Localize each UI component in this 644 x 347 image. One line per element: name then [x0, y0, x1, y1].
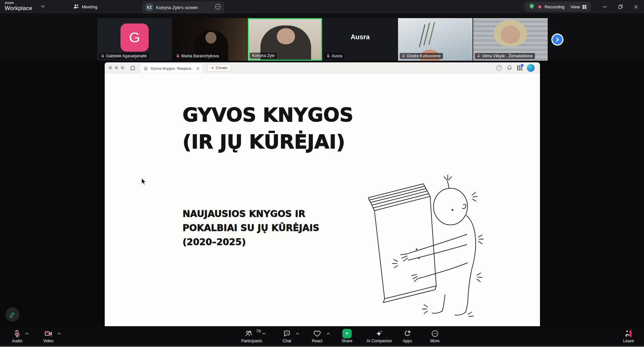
create-label: Create [216, 66, 228, 70]
view-label: View [571, 4, 580, 9]
meeting-toolbar: Audio Video 76 [0, 326, 644, 346]
tab-meeting[interactable]: Meeting [73, 0, 97, 13]
participant-name-label: Ausra [325, 53, 344, 59]
traffic-dot [121, 66, 124, 69]
plus-icon: + [211, 65, 214, 70]
next-participants-button[interactable] [551, 34, 563, 46]
react-button[interactable]: React [305, 326, 329, 346]
more-button[interactable]: More [422, 326, 448, 346]
ai-companion-button[interactable]: AI Companion [365, 326, 393, 346]
presentation-slide: GYVOS KNYGOS (IR JŲ KŪRĖJAI) NAUJAUSIOS … [105, 73, 540, 326]
video-tile-kotryna-active-speaker[interactable]: Kotryna Zyle [248, 18, 322, 61]
create-button: + Create [207, 64, 231, 71]
shared-screen-tab-label: Kotryna Zyle's screen [156, 5, 212, 10]
close-button[interactable] [628, 0, 644, 13]
mic-muted-icon [326, 54, 330, 58]
display-name: Ausra [323, 33, 397, 41]
pencil-icon [9, 311, 16, 318]
video-tile-mariia[interactable]: Mariia Baranchykova [172, 18, 247, 61]
tab-options-icon[interactable] [215, 4, 221, 11]
annotate-button[interactable] [5, 307, 19, 322]
recording-label: Recording [545, 4, 564, 9]
meeting-status-group: Recording View [525, 2, 591, 12]
star-icon [143, 66, 148, 71]
video-tile-vilma[interactable]: Vilma Vilkytė - Žemaitaitienė [473, 18, 548, 61]
titlebar: zoom Workplace Meeting KZ Kotryna Zyle's… [0, 0, 644, 13]
audio-options-chevron[interactable] [25, 330, 29, 336]
video-tile-ausra[interactable]: Ausra Ausra [323, 18, 397, 61]
traffic-dot [115, 66, 118, 69]
video-tile-gabriele[interactable]: G Gabrielė Agasarjanaitė [97, 18, 172, 61]
video-tile-giedre[interactable]: Giedre Kulisoviene [398, 18, 473, 61]
participants-options-chevron[interactable] [262, 330, 266, 336]
chat-options-chevron[interactable] [296, 330, 299, 336]
more-ellipsis-icon [431, 329, 439, 338]
shared-browser-window: Gyvos knygos. Naujaus... + Create ? [105, 62, 540, 326]
share-button[interactable]: Share [329, 326, 365, 346]
avatar: G [120, 23, 149, 52]
initials-badge: KZ [146, 4, 153, 11]
browser-tab-active: Gyvos knygos. Naujaus... [141, 64, 202, 73]
mic-muted-icon [13, 329, 21, 338]
audio-button[interactable]: Audio [3, 326, 31, 346]
participant-name-label: Gabrielė Agasarjanaitė [99, 53, 149, 59]
leave-door-icon [625, 329, 633, 338]
meeting-tab-label: Meeting [82, 4, 97, 9]
window-traffic-lights [109, 66, 124, 69]
zoom-workplace-menu[interactable]: zoom Workplace [5, 1, 45, 11]
participants-icon [245, 329, 253, 338]
notifications-bell-icon [506, 65, 512, 71]
chevron-down-icon [41, 3, 45, 9]
help-icon: ? [496, 65, 502, 71]
apps-button[interactable]: Apps [393, 326, 422, 346]
grid-view-icon [582, 4, 587, 9]
mic-muted-icon [176, 54, 180, 58]
participant-name-label: Kotryna Zyle [250, 53, 277, 59]
video-thumbnail-strip: G Gabrielė Agasarjanaitė Mariia Baranchy… [0, 13, 644, 61]
mouse-cursor [141, 178, 147, 185]
traffic-dot [109, 66, 112, 69]
browser-tab-title: Gyvos knygos. Naujaus... [151, 66, 194, 70]
chat-button[interactable]: Chat [268, 326, 305, 346]
window-controls [597, 0, 644, 13]
leave-button[interactable]: Leave [618, 326, 639, 346]
slide-title: GYVOS KNYGOS (IR JŲ KŪRĖJAI) [183, 102, 353, 155]
notification-dot [521, 64, 524, 67]
slide-subtitle: NAUJAUSIOS KNYGOS IR POKALBIAI SU JŲ KŪR… [183, 207, 319, 249]
participant-name-label: Vilma Vilkytė - Žemaitaitienė [475, 53, 535, 59]
participants-button[interactable]: 76 Participants [235, 326, 268, 346]
heart-icon [313, 329, 321, 338]
recording-dot-icon [538, 5, 541, 8]
security-shield-icon[interactable] [529, 3, 535, 10]
mic-muted-icon [101, 54, 105, 58]
video-options-chevron[interactable] [57, 330, 61, 336]
account-avatar [527, 64, 535, 72]
apps-icon [403, 329, 411, 338]
minimize-button[interactable] [597, 0, 612, 13]
home-icon [130, 65, 136, 71]
apps-grid-icon [517, 65, 523, 71]
workplace-label: Workplace [5, 5, 32, 11]
book-hug-illustration [365, 174, 487, 320]
mic-muted-icon [477, 54, 481, 58]
zoom-logo: zoom [5, 1, 32, 5]
camera-off-icon [44, 329, 53, 338]
zoom-meeting-window: zoom Workplace Meeting KZ Kotryna Zyle's… [0, 0, 644, 347]
participant-name-label: Mariia Baranchykova [174, 53, 221, 59]
participant-name-label: Giedre Kulisoviene [400, 53, 443, 59]
mic-muted-icon [401, 54, 405, 58]
people-icon [73, 3, 79, 10]
ai-sparkle-icon [375, 329, 383, 338]
view-button[interactable]: View [571, 4, 587, 9]
close-tab-icon [196, 67, 200, 70]
participants-count: 76 [256, 329, 261, 334]
browser-chrome: Gyvos knygos. Naujaus... + Create ? [105, 62, 540, 73]
tab-shared-screen[interactable]: KZ Kotryna Zyle's screen [142, 1, 224, 13]
share-screen-icon [342, 329, 352, 338]
chevron-right-icon [555, 37, 560, 42]
shared-screen-stage: Gyvos knygos. Naujaus... + Create ? [0, 61, 644, 326]
video-button[interactable]: Video [31, 326, 66, 346]
chat-icon [283, 329, 291, 338]
restore-button[interactable] [612, 0, 628, 13]
